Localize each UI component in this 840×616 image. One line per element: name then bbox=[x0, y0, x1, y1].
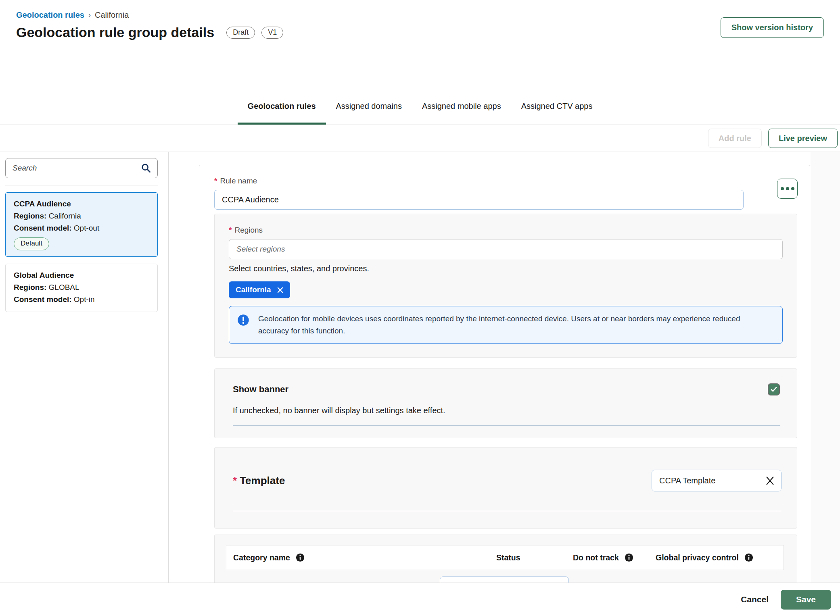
rule-name-label: *Rule name bbox=[214, 177, 797, 185]
footer-action-bar: Cancel Save bbox=[0, 583, 840, 616]
more-actions-button[interactable] bbox=[777, 179, 798, 199]
column-category-name: Category name bbox=[233, 553, 496, 562]
breadcrumb: Geolocation rules › California bbox=[16, 10, 283, 20]
rule-regions-label: Regions: bbox=[14, 283, 46, 291]
version-badge: V1 bbox=[261, 27, 283, 39]
search-input[interactable] bbox=[13, 164, 141, 173]
show-version-history-button[interactable]: Show version history bbox=[721, 17, 824, 38]
column-label: Do not track bbox=[573, 553, 619, 562]
rule-list-item-ccpa-audience[interactable]: CCPA Audience Regions: California Consen… bbox=[5, 192, 158, 257]
template-value-box[interactable]: CCPA Template bbox=[652, 470, 781, 491]
info-icon[interactable] bbox=[296, 553, 305, 562]
template-label: *Template bbox=[233, 474, 285, 487]
rule-detail-main: *Rule name *Regions Select countries, st… bbox=[169, 152, 840, 583]
template-value: CCPA Template bbox=[659, 476, 715, 485]
title-row: Geolocation rule group details Draft V1 bbox=[16, 25, 283, 40]
regions-helper-text: Select countries, states, and provinces. bbox=[229, 264, 783, 273]
column-label: Category name bbox=[233, 553, 290, 562]
tab-assigned-ctv-apps[interactable]: Assigned CTV apps bbox=[511, 61, 603, 125]
rule-consent: Consent model: Opt-out bbox=[14, 222, 149, 234]
template-clear-icon[interactable] bbox=[765, 475, 775, 486]
column-do-not-track: Do not track bbox=[573, 553, 656, 562]
required-marker: * bbox=[229, 226, 232, 234]
tab-assigned-domains[interactable]: Assigned domains bbox=[326, 61, 412, 125]
template-label-text: Template bbox=[240, 474, 285, 487]
categories-section: Category name Status Do not track bbox=[214, 535, 797, 583]
cancel-button[interactable]: Cancel bbox=[741, 595, 769, 604]
rule-name: CCPA Audience bbox=[14, 198, 149, 210]
status-badge-draft: Draft bbox=[226, 27, 255, 39]
breadcrumb-separator-icon: › bbox=[88, 11, 91, 19]
region-chip-california[interactable]: California bbox=[229, 281, 290, 298]
checkmark-icon bbox=[770, 385, 778, 393]
toolbar: Add rule Live preview bbox=[0, 125, 840, 152]
rule-list-item-global-audience[interactable]: Global Audience Regions: GLOBAL Consent … bbox=[5, 264, 158, 312]
page-header: Geolocation rules › California Geolocati… bbox=[0, 0, 840, 61]
show-banner-section: Show banner If unchecked, no banner will… bbox=[214, 368, 797, 438]
breadcrumb-link-geolocation-rules[interactable]: Geolocation rules bbox=[16, 10, 84, 20]
status-select[interactable]: Opt-out bbox=[440, 576, 569, 583]
tab-assigned-mobile-apps[interactable]: Assigned mobile apps bbox=[412, 61, 511, 125]
rule-name-label-text: Rule name bbox=[220, 177, 257, 185]
regions-label: *Regions bbox=[229, 226, 783, 235]
region-chip-label: California bbox=[236, 285, 271, 294]
template-section: *Template CCPA Template bbox=[214, 447, 797, 529]
add-rule-button[interactable]: Add rule bbox=[708, 129, 762, 148]
rule-consent: Consent model: Opt-in bbox=[14, 293, 149, 306]
search-icon[interactable] bbox=[141, 163, 152, 174]
rule-regions-value: GLOBAL bbox=[49, 283, 79, 291]
rule-name: Global Audience bbox=[14, 269, 149, 281]
rule-regions-value: California bbox=[49, 212, 81, 220]
header-left: Geolocation rules › California Geolocati… bbox=[16, 10, 283, 61]
column-global-privacy-control: Global privacy control bbox=[656, 553, 777, 562]
ellipsis-icon bbox=[781, 187, 784, 190]
categories-table-header: Category name Status Do not track bbox=[226, 545, 784, 570]
rule-consent-value: Opt-in bbox=[74, 295, 95, 304]
show-banner-label: Show banner bbox=[233, 384, 288, 395]
rule-form-card: *Rule name *Regions Select countries, st… bbox=[199, 165, 810, 583]
sidebar-divider bbox=[5, 185, 158, 185]
column-label: Status bbox=[496, 553, 520, 562]
tab-bar: Geolocation rules Assigned domains Assig… bbox=[0, 61, 840, 125]
live-preview-button[interactable]: Live preview bbox=[768, 129, 838, 148]
content-area: CCPA Audience Regions: California Consen… bbox=[0, 152, 840, 583]
search-box bbox=[5, 158, 158, 178]
rule-regions-label: Regions: bbox=[14, 212, 46, 220]
rule-name-input[interactable] bbox=[214, 190, 744, 210]
breadcrumb-current: California bbox=[95, 10, 129, 20]
section-divider bbox=[233, 511, 781, 511]
info-icon[interactable] bbox=[625, 553, 633, 562]
right-gutter bbox=[811, 152, 840, 583]
alert-exclamation-icon bbox=[237, 314, 249, 326]
regions-label-text: Regions bbox=[234, 226, 263, 234]
page-title: Geolocation rule group details bbox=[16, 25, 214, 40]
required-marker: * bbox=[233, 474, 237, 487]
cookie-categories-row: Cookie categories Opt-out bbox=[226, 570, 784, 583]
info-icon[interactable] bbox=[744, 553, 753, 562]
rule-regions: Regions: California bbox=[14, 210, 149, 222]
rule-consent-label: Consent model: bbox=[14, 224, 72, 232]
rules-sidebar: CCPA Audience Regions: California Consen… bbox=[0, 152, 169, 583]
regions-select-input[interactable] bbox=[229, 239, 783, 259]
column-status: Status bbox=[496, 553, 573, 562]
section-divider bbox=[233, 425, 780, 426]
rule-consent-label: Consent model: bbox=[14, 295, 72, 304]
show-banner-helper-text: If unchecked, no banner will display but… bbox=[233, 406, 780, 415]
rule-regions: Regions: GLOBAL bbox=[14, 281, 149, 293]
page: Geolocation rules › California Geolocati… bbox=[0, 0, 840, 616]
regions-section: *Regions Select countries, states, and p… bbox=[214, 214, 797, 358]
rule-consent-value: Opt-out bbox=[74, 224, 99, 232]
default-badge: Default bbox=[14, 237, 49, 250]
show-banner-checkbox[interactable] bbox=[768, 383, 780, 395]
geolocation-info-alert: Geolocation for mobile devices uses coor… bbox=[229, 306, 783, 344]
alert-text: Geolocation for mobile devices uses coor… bbox=[258, 313, 773, 337]
required-marker: * bbox=[214, 177, 217, 185]
save-button[interactable]: Save bbox=[781, 590, 831, 610]
tab-geolocation-rules[interactable]: Geolocation rules bbox=[238, 61, 326, 125]
column-label: Global privacy control bbox=[656, 553, 739, 562]
chip-remove-icon[interactable] bbox=[276, 286, 284, 294]
